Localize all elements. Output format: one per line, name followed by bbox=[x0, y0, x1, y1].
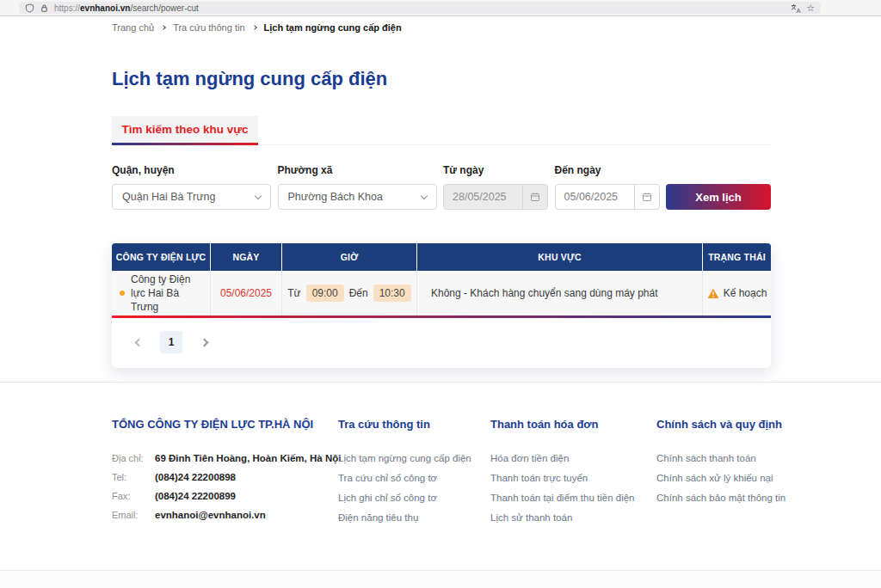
cell-area: Không - Khách hàng chuyển sang dùng máy … bbox=[417, 271, 703, 315]
lock-icon[interactable] bbox=[40, 3, 49, 13]
footer-company-column: TỔNG CÔNG TY ĐIỆN LỰC TP.HÀ NỘI Địa chỉ:… bbox=[112, 418, 338, 532]
company-name: Công ty Điện lực Hai Bà Trưng bbox=[131, 273, 201, 315]
footer-link[interactable]: Lịch tạm ngừng cung cấp điện bbox=[338, 453, 490, 464]
footer-link[interactable]: Hóa đơn tiền điện bbox=[490, 453, 656, 464]
chevron-right-icon bbox=[252, 25, 257, 30]
ward-label: Phường xã bbox=[278, 164, 437, 176]
footer-column-heading: Chính sách và quy định bbox=[656, 418, 794, 431]
time-to-label: Đến bbox=[349, 287, 368, 299]
breadcrumb-lookup[interactable]: Tra cứu thông tin bbox=[173, 22, 244, 33]
table-row: Công ty Điện lực Hai Bà Trưng 05/06/2025… bbox=[112, 271, 771, 315]
district-select[interactable]: Quận Hai Bà Trưng bbox=[112, 184, 271, 210]
footer-column-heading: Tra cứu thông tin bbox=[338, 418, 490, 431]
footer-link[interactable]: Tra cứu chỉ số công tơ bbox=[338, 473, 490, 484]
cell-time: Từ 09:00 Đến 10:30 bbox=[282, 271, 417, 315]
bookmark-star-icon[interactable]: ☆ bbox=[806, 3, 815, 13]
contact-value: (084)24 22200899 bbox=[155, 491, 236, 501]
time-from-label: Từ bbox=[287, 287, 300, 299]
footer-link[interactable]: Chính sách thanh toán bbox=[656, 453, 794, 464]
footer-divider bbox=[0, 382, 881, 383]
breadcrumb: Trang chủ Tra cứu thông tin Lịch tạm ngừ… bbox=[0, 17, 881, 38]
from-date-field: 28/05/2025 bbox=[443, 184, 548, 210]
calendar-icon bbox=[522, 185, 547, 209]
footer-company-name: TỔNG CÔNG TY ĐIỆN LỰC TP.HÀ NỘI bbox=[112, 418, 338, 431]
contact-label: Email: bbox=[112, 510, 148, 520]
column-header-company: CÔNG TY ĐIỆN LỰC bbox=[112, 243, 211, 271]
tab-label: Tìm kiếm theo khu vực bbox=[112, 116, 258, 143]
footer-payment-column: Thanh toán hóa đơn Hóa đơn tiền điện Tha… bbox=[490, 418, 656, 532]
contact-value: (084)24 22200898 bbox=[155, 472, 236, 482]
footer-link[interactable]: Lịch sử thanh toán bbox=[490, 512, 656, 524]
footer-link[interactable]: Chính sách bảo mật thông tin bbox=[656, 493, 794, 504]
status-badge: Kế hoạch bbox=[724, 287, 767, 299]
contact-label: Fax: bbox=[112, 491, 148, 501]
contact-row-fax: Fax: (084)24 22200899 bbox=[112, 491, 338, 501]
shield-icon[interactable] bbox=[25, 3, 34, 13]
cell-status: Kế hoạch bbox=[703, 271, 771, 315]
footer-link[interactable]: Điện năng tiêu thụ bbox=[338, 512, 490, 524]
page-title: Lịch tạm ngừng cung cấp điện bbox=[112, 68, 387, 90]
chevron-down-icon bbox=[420, 192, 427, 199]
to-date-value: 05/06/2025 bbox=[556, 185, 634, 209]
to-date-field[interactable]: 05/06/2025 bbox=[555, 184, 660, 210]
tab-search-by-area[interactable]: Tìm kiếm theo khu vực bbox=[112, 116, 258, 145]
svg-text:A: A bbox=[797, 6, 801, 13]
tab-strip: Tìm kiếm theo khu vực bbox=[112, 116, 771, 145]
results-table-card: CÔNG TY ĐIỆN LỰC NGÀY GIỜ KHU VỰC TRẠNG … bbox=[112, 243, 771, 368]
column-header-date: NGÀY bbox=[211, 243, 282, 271]
next-page-button[interactable] bbox=[193, 331, 215, 353]
translate-icon[interactable]: A bbox=[791, 3, 801, 13]
column-header-area: KHU VỰC bbox=[417, 243, 703, 271]
district-select-value: Quận Hai Bà Trưng bbox=[122, 191, 215, 203]
footer-link[interactable]: Chính sách xử lý khiếu nại bbox=[656, 473, 794, 484]
chevron-right-icon bbox=[161, 25, 166, 30]
bullet-dot-icon bbox=[120, 291, 125, 296]
warning-icon bbox=[707, 288, 719, 299]
footer-link[interactable]: Lịch ghi chỉ số công tơ bbox=[338, 493, 490, 504]
footer-column-heading: Thanh toán hóa đơn bbox=[490, 418, 656, 431]
cell-company: Công ty Điện lực Hai Bà Trưng bbox=[112, 271, 211, 315]
breadcrumb-home[interactable]: Trang chủ bbox=[112, 22, 154, 33]
gradient-divider bbox=[112, 315, 771, 318]
browser-toolbar: https://evnhanoi.vn/search/power-cut A ☆ bbox=[0, 0, 881, 16]
ward-select[interactable]: Phường Bách Khoa bbox=[278, 184, 437, 210]
footer: TỔNG CÔNG TY ĐIỆN LỰC TP.HÀ NỘI Địa chỉ:… bbox=[112, 418, 794, 532]
calendar-icon[interactable] bbox=[634, 185, 659, 209]
time-from-badge: 09:00 bbox=[306, 285, 344, 302]
footer-link[interactable]: Thanh toán tại điểm thu tiền điện bbox=[490, 493, 656, 504]
column-header-time: GIỜ bbox=[282, 243, 417, 271]
page-number-button[interactable]: 1 bbox=[160, 331, 182, 353]
filter-form: Quận, huyện Quận Hai Bà Trưng Phường xã … bbox=[112, 164, 771, 210]
column-header-status: TRẠNG THÁI bbox=[703, 243, 771, 271]
bottom-bar bbox=[0, 570, 881, 588]
time-to-badge: 10:30 bbox=[373, 285, 411, 302]
breadcrumb-current: Lịch tạm ngừng cung cấp điện bbox=[264, 22, 402, 33]
contact-label: Tel: bbox=[112, 472, 148, 482]
address-bar[interactable]: https://evnhanoi.vn/search/power-cut A ☆ bbox=[19, 2, 821, 14]
url-text: https://evnhanoi.vn/search/power-cut bbox=[54, 3, 199, 13]
contact-row-email: Email: evnhanoi@evnhanoi.vn bbox=[112, 510, 338, 520]
contact-label: Địa chỉ: bbox=[112, 453, 148, 463]
table-header-row: CÔNG TY ĐIỆN LỰC NGÀY GIỜ KHU VỰC TRẠNG … bbox=[112, 243, 771, 271]
ward-select-value: Phường Bách Khoa bbox=[288, 191, 383, 203]
footer-link[interactable]: Thanh toán trực tuyến bbox=[490, 473, 656, 484]
footer-lookup-column: Tra cứu thông tin Lịch tạm ngừng cung cấ… bbox=[338, 418, 490, 532]
view-schedule-button[interactable]: Xem lịch bbox=[666, 184, 771, 210]
pagination: 1 bbox=[127, 331, 771, 353]
cell-date: 05/06/2025 bbox=[211, 271, 282, 315]
district-label: Quận, huyện bbox=[112, 164, 271, 176]
contact-row-address: Địa chỉ: 69 Đinh Tiên Hoàng, Hoàn Kiếm, … bbox=[112, 453, 338, 463]
from-date-value: 28/05/2025 bbox=[444, 185, 522, 209]
from-date-label: Từ ngày bbox=[443, 164, 548, 176]
contact-value: evnhanoi@evnhanoi.vn bbox=[155, 510, 266, 520]
chevron-down-icon bbox=[255, 192, 262, 199]
to-date-label: Đến ngày bbox=[555, 164, 660, 176]
prev-page-button[interactable] bbox=[127, 331, 150, 353]
contact-value: 69 Đinh Tiên Hoàng, Hoàn Kiếm, Hà Nội bbox=[155, 453, 341, 463]
footer-policy-column: Chính sách và quy định Chính sách thanh … bbox=[656, 418, 794, 532]
contact-row-tel: Tel: (084)24 22200898 bbox=[112, 472, 338, 482]
